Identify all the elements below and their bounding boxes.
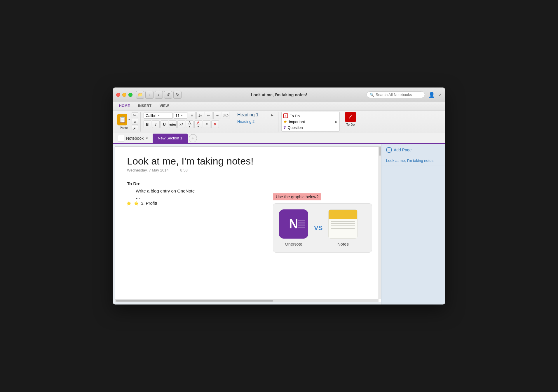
onenote-line-4 — [298, 227, 305, 228]
font-color-button[interactable]: A ▼ — [194, 120, 202, 128]
notes-line-4 — [331, 228, 355, 229]
clear-formatting-button[interactable]: ⌦ — [222, 112, 229, 119]
search-icon: 🔍 — [370, 93, 374, 97]
nav-buttons: 📁 ‹ › ↺ ↻ — [136, 91, 182, 99]
expand-icon[interactable]: ⤢ — [438, 92, 442, 97]
onenote-line-3 — [298, 225, 305, 225]
todo-tag-label: To Do — [290, 114, 300, 118]
redo-button[interactable]: ↻ — [173, 91, 182, 99]
tab-insert[interactable]: INSERT — [134, 102, 156, 110]
file-icon[interactable]: 📁 — [136, 91, 144, 99]
search-box[interactable]: 🔍 — [367, 91, 425, 98]
onenote-letter: N — [289, 217, 298, 231]
text-cursor — [305, 179, 305, 185]
heading2-style[interactable]: Heading 2 — [235, 119, 276, 124]
star-icon: ★ — [283, 119, 287, 124]
highlight-color-bar — [188, 125, 192, 125]
page-list-item[interactable]: Look at me, I'm taking notes! — [381, 156, 445, 165]
numbered-list-button[interactable]: 1≡ — [196, 112, 204, 119]
horizontal-scrollbar[interactable] — [115, 299, 379, 302]
heading1-style[interactable]: Heading 1 ▶ — [235, 112, 276, 118]
page-content[interactable]: Look at me, I'm taking notes! Wednesday,… — [115, 146, 381, 302]
bold-button[interactable]: B — [144, 120, 151, 128]
list-item-number: 3. — [141, 201, 145, 206]
title-bar: 📁 ‹ › ↺ ↻ Look at me, I'm taking notes! … — [113, 88, 445, 102]
highlight-annotation: Use the graphic below? — [273, 193, 321, 200]
font-row-2: B I U abc X2 A ▼ A ▼ ≡ — [144, 120, 219, 128]
ribbon: HOME INSERT VIEW 📋 ▼ Paste ✂ — [113, 102, 445, 133]
ribbon-content: 📋 ▼ Paste ✂ ⧉ 🖌 Calibri ▼ — [113, 111, 445, 133]
vertical-scroll-thumb[interactable] — [379, 147, 381, 156]
font-size-dropdown-arrow: ▼ — [180, 114, 183, 117]
subscript-button[interactable]: X2 — [177, 120, 185, 128]
notes-line-2 — [331, 223, 355, 224]
clear-style-button[interactable]: ✕ — [211, 120, 219, 128]
notes-icon — [328, 209, 358, 239]
onenote-app-box: N OneNote — [279, 209, 308, 246]
todo-checkbox-icon: ✓ — [283, 113, 288, 118]
vs-label: VS — [314, 224, 322, 232]
notebook-name-label: Notebook — [126, 136, 144, 141]
bullet-list-button[interactable]: ≡ — [188, 112, 196, 119]
title-bar-search: 🔍 👤 ⤢ — [367, 91, 442, 98]
question-tag[interactable]: ? Question — [283, 125, 338, 130]
notes-line-1 — [331, 221, 355, 222]
undo-button[interactable]: ↺ — [164, 91, 172, 99]
list-item-text: Profit! — [146, 201, 157, 206]
copy-button[interactable]: ⧉ — [132, 119, 138, 125]
tab-home[interactable]: HOME — [115, 102, 134, 110]
scroll-thumb[interactable] — [116, 300, 273, 302]
font-color-dropdown[interactable]: ▼ — [197, 125, 199, 128]
close-button[interactable] — [116, 93, 120, 97]
font-group: Calibri ▼ 11 ▼ ≡ 1≡ ⇤ ⇥ ⌦ B I U — [141, 112, 232, 132]
cut-copy-btns: ✂ ⧉ 🖌 — [132, 112, 138, 131]
back-button[interactable]: ‹ — [145, 91, 154, 99]
section-tab-new-section-1[interactable]: New Section 1 — [153, 134, 188, 143]
cut-button[interactable]: ✂ — [132, 112, 138, 118]
decrease-indent-button[interactable]: ⇤ — [205, 112, 212, 119]
tags-list: ✓ To Do ★ Important ▶ ? Question — [281, 112, 340, 132]
add-page-button[interactable]: + Add Page — [381, 144, 445, 156]
underline-button[interactable]: U — [161, 120, 168, 128]
notebook-dropdown-arrow: ▼ — [145, 136, 149, 140]
onenote-icon: N — [279, 209, 308, 239]
font-name-selector[interactable]: Calibri ▼ — [144, 113, 173, 119]
search-input[interactable] — [376, 92, 422, 97]
font-row-1: Calibri ▼ 11 ▼ ≡ 1≡ ⇤ ⇥ ⌦ — [144, 112, 229, 119]
font-color-bar — [196, 125, 200, 125]
notebook-selector[interactable]: Notebook ▼ — [115, 134, 151, 143]
important-tag[interactable]: ★ Important ▶ — [283, 119, 338, 125]
format-painter-button[interactable]: 🖌 — [132, 125, 138, 131]
section-tab-label: New Section 1 — [158, 136, 182, 140]
todo-quick-group: ✓ To Do — [343, 112, 358, 132]
italic-button[interactable]: I — [152, 120, 160, 128]
tags-expand-arrow[interactable]: ▶ — [335, 120, 338, 123]
heading2-label: Heading 2 — [237, 119, 254, 124]
vertical-scrollbar[interactable] — [379, 147, 381, 299]
todo-quick-button[interactable]: ✓ — [345, 112, 356, 122]
forward-button[interactable]: › — [155, 91, 163, 99]
minimize-button[interactable] — [122, 93, 126, 97]
onenote-lines — [298, 220, 305, 228]
page-sidebar: + Add Page Look at me, I'm taking notes! — [381, 144, 445, 304]
add-section-button[interactable]: + — [189, 134, 197, 142]
alignment-button[interactable]: ≡ — [203, 120, 210, 128]
highlight-color-button[interactable]: A ▼ — [186, 120, 193, 128]
traffic-lights — [116, 93, 132, 97]
tab-view[interactable]: VIEW — [156, 102, 173, 110]
paste-dropdown-arrow[interactable]: ▼ — [128, 118, 130, 121]
font-name-dropdown-arrow: ▼ — [158, 114, 160, 117]
strikethrough-button[interactable]: abc — [169, 120, 177, 128]
add-page-circle-icon: + — [386, 147, 392, 153]
fullscreen-button[interactable] — [128, 93, 132, 97]
highlight-dropdown[interactable]: ▼ — [189, 125, 191, 128]
todo-tag[interactable]: ✓ To Do — [283, 113, 338, 119]
add-section-icon: + — [191, 136, 194, 141]
clipboard-group: 📋 ▼ Paste ✂ ⧉ 🖌 — [115, 112, 141, 132]
increase-indent-button[interactable]: ⇥ — [213, 112, 221, 119]
heading1-label: Heading 1 — [237, 112, 259, 118]
app-window: 📁 ‹ › ↺ ↻ Look at me, I'm taking notes! … — [113, 88, 445, 304]
paste-button[interactable]: 📋 — [117, 114, 127, 125]
user-icon[interactable]: 👤 — [428, 92, 435, 98]
font-size-selector[interactable]: 11 ▼ — [174, 113, 187, 119]
